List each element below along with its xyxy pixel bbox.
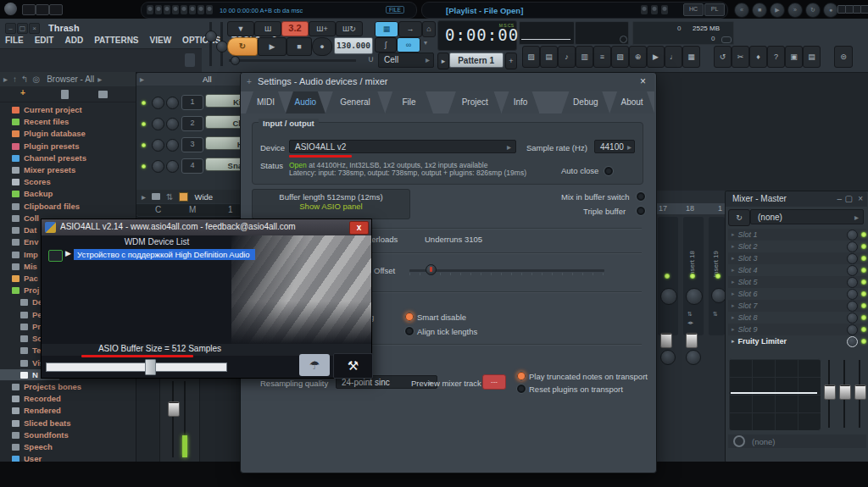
stop-button[interactable]: ■ (287, 37, 312, 56)
mixer-icon[interactable]: ≡ (593, 46, 611, 68)
track-pan-knob[interactable] (660, 288, 677, 305)
triple-buffer-radio[interactable] (636, 206, 646, 216)
shuffle-slider[interactable] (229, 59, 356, 62)
browser-item[interactable]: Recorded (0, 393, 136, 404)
slot-enable-led[interactable] (861, 315, 866, 320)
channel-volume-knob[interactable] (166, 118, 179, 130)
slot-mix-knob[interactable] (847, 289, 858, 300)
song-position-display[interactable]: 3.2 (281, 21, 309, 36)
search-icon[interactable]: ◎ (32, 75, 40, 84)
effect-slot[interactable]: ▸Slot 9 (728, 324, 866, 335)
record-button[interactable]: ● (312, 37, 332, 56)
slot-mix-knob[interactable] (847, 265, 858, 276)
piano-roll-icon[interactable]: ♪ (558, 46, 576, 68)
device-enable-icon[interactable] (48, 250, 63, 262)
play-truncated-radio[interactable] (516, 371, 526, 381)
asio-titlebar[interactable]: ASIO4ALL v2.14 - www.asio4all.com - feed… (42, 219, 371, 235)
menu-file[interactable]: FILE (5, 36, 24, 45)
browser-item[interactable]: Projects bones (0, 381, 136, 392)
mix-buffer-radio[interactable] (636, 191, 646, 202)
channel-number[interactable]: 3 (181, 137, 203, 152)
master-volume-knob[interactable] (205, 30, 217, 42)
tab-general[interactable]: General (326, 91, 385, 113)
slot-mix-knob[interactable] (847, 336, 858, 347)
browser-item[interactable]: Recent files (0, 116, 136, 127)
slot-mix-knob[interactable] (847, 241, 858, 252)
maximize-icon[interactable]: ▢ (845, 194, 853, 203)
channel-enable-led[interactable] (142, 101, 146, 105)
effect-slot[interactable]: ▸Slot 5 (728, 276, 866, 288)
forward-button[interactable]: » (787, 3, 803, 18)
track-led[interactable] (715, 274, 721, 279)
underruns-counter[interactable]: Underruns 3105 (425, 235, 482, 244)
track-led[interactable] (690, 274, 695, 279)
expand-device-icon[interactable]: ▶ (65, 249, 71, 257)
slot-mix-knob[interactable] (847, 313, 858, 324)
channel-volume-knob[interactable] (166, 139, 179, 152)
track-fader[interactable] (660, 333, 672, 348)
tab-audio[interactable]: Audio (286, 91, 326, 113)
channel-number[interactable]: 2 (181, 116, 203, 131)
stop-button-top[interactable]: ■ (752, 3, 767, 18)
playlist-icon[interactable]: ▨ (522, 46, 540, 68)
project-info-icon[interactable]: ▧ (611, 46, 629, 68)
metronome-icon[interactable]: ▼ (227, 21, 254, 36)
track-pan-knob[interactable] (686, 288, 703, 305)
eq-band-fader[interactable] (854, 385, 866, 400)
doc-minimize-button[interactable]: – (5, 23, 16, 34)
file-filter-icon[interactable] (61, 90, 69, 99)
slot-enable-led[interactable] (861, 268, 866, 273)
browser-item[interactable]: Current project (0, 104, 136, 115)
swap-icon[interactable]: ⇅ (166, 192, 173, 202)
sample-rate-selector[interactable]: 44100 ▸ (594, 140, 635, 153)
smart-disable-radio[interactable] (404, 312, 415, 322)
channel-enable-led[interactable] (142, 122, 146, 126)
plugin-selector[interactable]: (none) ▸ (750, 209, 864, 224)
effect-slot[interactable]: ▸Slot 8 (728, 312, 866, 324)
chevron-right-icon[interactable]: ▸ (97, 75, 102, 84)
channel-pan-knob[interactable] (152, 97, 164, 109)
chevron-right-icon[interactable]: ▸ (140, 75, 144, 84)
tools-menu-icon[interactable]: ♩ (665, 46, 682, 68)
slot-enable-led[interactable] (861, 303, 866, 308)
stereo-sep-icon[interactable]: ◂▸ (687, 319, 693, 326)
layout-preset-button[interactable] (22, 4, 36, 15)
strip-fader[interactable] (168, 401, 180, 417)
menu-edit[interactable]: EDIT (35, 36, 54, 45)
snap-selector[interactable]: Cell ▸ (378, 53, 434, 68)
master-eq-display[interactable] (728, 358, 821, 431)
settings-titlebar[interactable]: + Settings - Audio devices / mixer × (241, 73, 654, 91)
master-pitch-knob[interactable] (216, 41, 228, 53)
recording-icon[interactable]: ♦ (749, 46, 767, 68)
hc-button[interactable]: HC (683, 3, 704, 16)
browser-item[interactable]: Plugin database (0, 128, 136, 139)
eq-band-fader[interactable] (824, 385, 836, 400)
window-close-icon[interactable] (860, 5, 868, 14)
graph-editor-icon[interactable] (179, 192, 188, 202)
auto-close-radio[interactable] (604, 166, 614, 176)
pl-button[interactable]: PL (704, 3, 725, 16)
browser-item[interactable]: Backup (0, 188, 136, 199)
browser-toggle-icon[interactable]: ▥ (576, 46, 593, 68)
record-button-top[interactable]: ● (823, 3, 838, 18)
asio-close-button[interactable]: x (349, 221, 369, 235)
pattern-add-button[interactable]: + (505, 53, 517, 69)
tab-debug[interactable]: Debug (561, 91, 609, 113)
metronome-volume-icon[interactable]: ⌂ (422, 21, 436, 37)
effect-slot[interactable]: ▸Slot 4 (728, 264, 866, 276)
tempo-display[interactable]: 130.000 (334, 37, 373, 54)
slot-mix-knob[interactable] (847, 230, 858, 241)
slot-enable-led[interactable] (861, 291, 866, 296)
offset-slider[interactable] (409, 269, 604, 272)
buffer-length-panel[interactable]: Buffer length 512smp (12ms) Show ASIO pa… (252, 189, 410, 219)
mixer-master-titlebar[interactable]: Mixer - Master – ▢ × (726, 191, 867, 207)
step-edit-icon[interactable]: → (398, 21, 422, 37)
channel-number[interactable]: 4 (181, 158, 203, 174)
browser-title[interactable]: Browser - All (47, 75, 94, 84)
tab-midi[interactable]: MIDI (246, 91, 286, 113)
cut-icon[interactable]: ✂ (732, 46, 749, 68)
chat-icon[interactable]: ⊜ (834, 46, 853, 68)
slot-enable-led[interactable] (861, 279, 866, 285)
undo-icon[interactable]: ↺ (714, 46, 732, 68)
slot-mix-knob[interactable] (847, 253, 858, 264)
